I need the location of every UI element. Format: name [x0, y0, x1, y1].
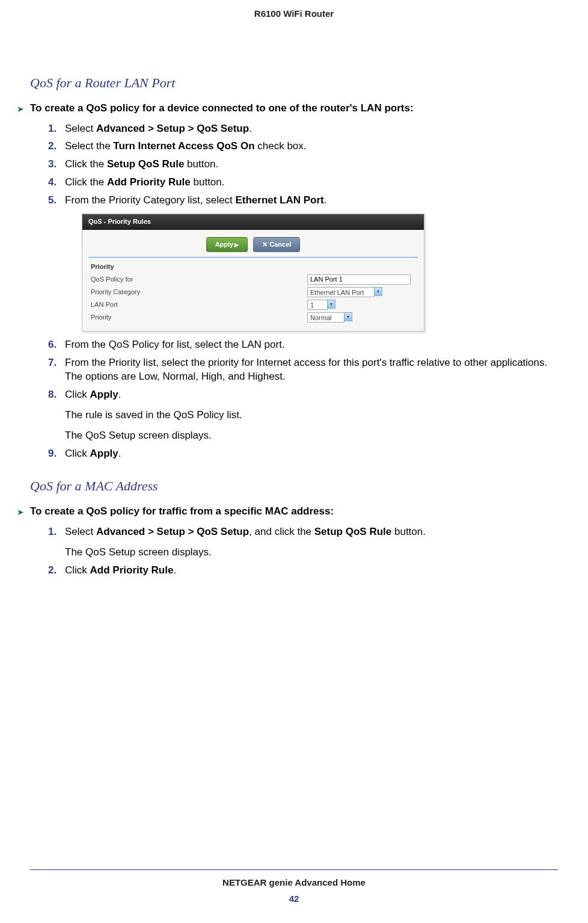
- footer-title: NETGEAR genie Advanced Home: [0, 876, 588, 889]
- step-subtext: The QoS Setup screen displays.: [65, 428, 558, 443]
- step-number: 5.: [48, 193, 57, 208]
- step-item: 5. From the Priority Category list, sele…: [48, 193, 558, 332]
- ui-row-priority-category: Priority Category Ethernet LAN Port▾: [91, 287, 415, 297]
- close-icon: ✕: [262, 241, 268, 248]
- step-text: Select Advanced > Setup > QoS Setup.: [65, 123, 252, 134]
- step-text: From the Priority list, select the prior…: [65, 357, 547, 383]
- ui-label: LAN Port: [91, 300, 307, 309]
- page-content: QoS for a Router LAN Port ➤ To create a …: [0, 20, 588, 577]
- step-number: 1.: [48, 525, 57, 539]
- apply-button[interactable]: Apply▶: [206, 237, 248, 252]
- step-text: From the Priority Category list, select …: [65, 194, 327, 206]
- procedure-heading-mac: ➤ To create a QoS policy for traffic fro…: [17, 504, 558, 519]
- procedure-heading-lan: ➤ To create a QoS policy for a device co…: [17, 101, 558, 116]
- step-number: 3.: [48, 157, 57, 171]
- step-number: 6.: [48, 338, 57, 352]
- arrow-bullet-icon: ➤: [17, 103, 24, 116]
- qos-policy-for-input[interactable]: [307, 274, 411, 285]
- step-item: 3. Click the Setup QoS Rule button.: [48, 157, 558, 171]
- page-header: R6100 WiFi Router: [0, 0, 588, 20]
- step-number: 2.: [48, 139, 57, 153]
- step-item: 6. From the QoS Policy for list, select …: [48, 338, 558, 352]
- ui-row-policy-for: QoS Policy for: [91, 274, 415, 285]
- step-number: 4.: [48, 175, 57, 190]
- step-subtext: The rule is saved in the QoS Policy list…: [65, 408, 558, 422]
- section-heading-lan: QoS for a Router LAN Port: [30, 74, 558, 93]
- ui-label: Priority Category: [91, 288, 307, 297]
- ui-section-title: Priority: [91, 262, 415, 271]
- ui-row-priority: Priority Normal▾: [91, 312, 415, 323]
- step-number: 8.: [48, 387, 57, 402]
- step-text: From the QoS Policy for list, select the…: [65, 339, 285, 350]
- arrow-bullet-icon: ➤: [17, 507, 24, 519]
- step-text: Select Advanced > Setup > QoS Setup, and…: [65, 526, 426, 537]
- step-text: Click Apply.: [65, 448, 121, 459]
- ui-label: QoS Policy for: [91, 275, 307, 284]
- router-ui-screenshot: QoS - Priority Rules Apply▶ ✕Cancel Prio…: [82, 214, 424, 332]
- section-heading-mac: QoS for a MAC Address: [30, 477, 558, 496]
- priority-select[interactable]: Normal▾: [307, 312, 352, 323]
- ui-titlebar: QoS - Priority Rules: [82, 214, 424, 230]
- procedure-title: To create a QoS policy for a device conn…: [30, 101, 414, 116]
- step-number: 1.: [48, 122, 57, 136]
- ui-label: Priority: [91, 313, 307, 322]
- play-icon: ▶: [234, 242, 239, 248]
- step-text: Click the Add Priority Rule button.: [65, 176, 225, 188]
- chevron-down-icon: ▾: [344, 312, 352, 321]
- step-item: 2. Select the Turn Internet Access QoS O…: [48, 139, 558, 153]
- priority-category-select[interactable]: Ethernet LAN Port▾: [307, 287, 382, 297]
- page-number: 42: [0, 892, 588, 905]
- step-number: 2.: [48, 563, 57, 578]
- footer-divider: [30, 869, 558, 870]
- chevron-down-icon: ▾: [327, 300, 335, 309]
- steps-list-mac: 1. Select Advanced > Setup > QoS Setup, …: [30, 525, 558, 577]
- step-text: Select the Turn Internet Access QoS On c…: [65, 140, 307, 152]
- step-text: Click the Setup QoS Rule button.: [65, 158, 218, 170]
- step-item: 1. Select Advanced > Setup > QoS Setup.: [48, 122, 558, 136]
- step-subtext: The QoS Setup screen displays.: [65, 545, 558, 560]
- step-item: 4. Click the Add Priority Rule button.: [48, 175, 558, 190]
- step-item: 1. Select Advanced > Setup > QoS Setup, …: [48, 525, 558, 560]
- step-text: Click Add Priority Rule.: [65, 564, 176, 576]
- procedure-title: To create a QoS policy for traffic from …: [30, 504, 334, 519]
- page-footer: NETGEAR genie Advanced Home 42: [0, 869, 588, 905]
- ui-priority-section: Priority QoS Policy for Priority Categor…: [82, 258, 424, 322]
- cancel-button[interactable]: ✕Cancel: [253, 237, 300, 252]
- lan-port-select[interactable]: 1▾: [307, 300, 335, 310]
- step-number: 9.: [48, 446, 57, 461]
- step-text: Click Apply.: [65, 389, 121, 400]
- step-number: 7.: [48, 356, 57, 370]
- step-item: 7. From the Priority list, select the pr…: [48, 356, 558, 384]
- step-item: 9. Click Apply.: [48, 446, 558, 461]
- chevron-down-icon: ▾: [374, 287, 382, 296]
- step-item: 2. Click Add Priority Rule.: [48, 563, 558, 578]
- steps-list-lan: 1. Select Advanced > Setup > QoS Setup. …: [30, 122, 558, 461]
- step-item: 8. Click Apply. The rule is saved in the…: [48, 387, 558, 442]
- ui-row-lan-port: LAN Port 1▾: [91, 300, 415, 310]
- ui-button-row: Apply▶ ✕Cancel: [88, 230, 418, 258]
